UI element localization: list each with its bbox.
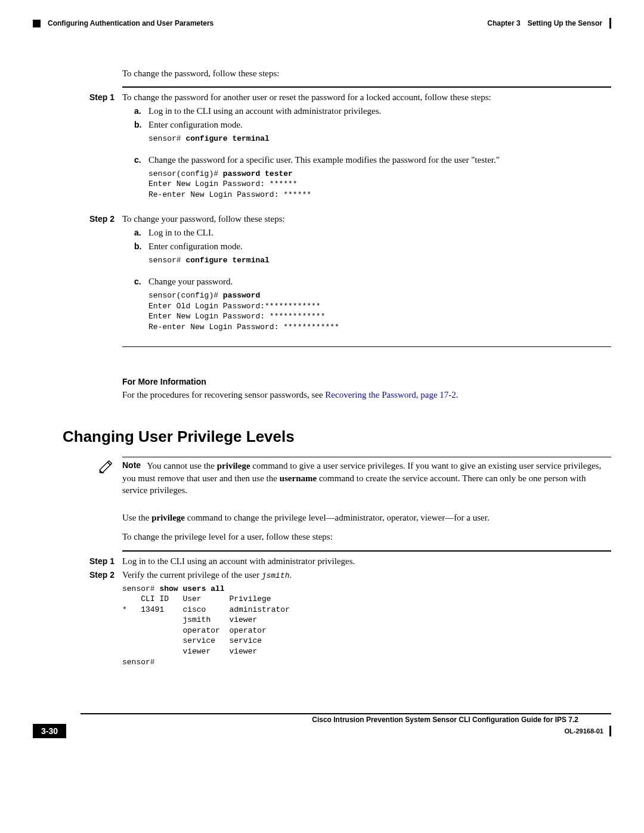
divider [122, 346, 611, 347]
header-section-title: Configuring Authentication and User Para… [48, 19, 213, 27]
sec2-step-1: Step 1 Log in to the CLI using an accoun… [122, 556, 611, 566]
change-level-intro: To change the privilege level for a user… [122, 531, 611, 543]
step1-c: c. Change the password for a specific us… [134, 155, 611, 208]
note-text: Note You cannot use the privilege comman… [122, 460, 611, 496]
page-number: 3-30 [33, 724, 66, 738]
code-block: sensor(config)# password Enter Old Login… [148, 290, 611, 332]
step-label: Step 1 [89, 92, 122, 210]
sub-marker: b. [134, 241, 148, 273]
sub-marker: a. [134, 228, 148, 238]
pencil-icon [98, 458, 114, 475]
step-1: Step 1 To change the password for anothe… [122, 92, 611, 210]
sub-marker: a. [134, 106, 148, 116]
footer-bar-icon [609, 726, 611, 736]
footer-guide-title: Cisco Intrusion Prevention System Sensor… [312, 716, 578, 724]
use-privilege-text: Use the privilege command to change the … [122, 512, 611, 524]
sub-text: Enter configuration mode. [148, 241, 611, 252]
sub-text: Log in to the CLI using an account with … [148, 106, 611, 116]
code-block: sensor# configure terminal [148, 255, 611, 266]
sub-text: Change the password for a specific user.… [148, 155, 611, 165]
step-2: Step 2 To change your password, follow t… [122, 214, 611, 343]
step-label: Step 1 [89, 556, 122, 566]
header-chapter-title: Setting Up the Sensor [528, 19, 602, 27]
step-label: Step 2 [89, 570, 122, 674]
sub-text: Enter configuration mode. [148, 120, 611, 130]
code-block: sensor(config)# password tester Enter Ne… [148, 169, 611, 200]
footer-rule [80, 713, 611, 714]
header-square-icon [33, 20, 41, 27]
step-text: Log in to the CLI using an account with … [122, 556, 611, 566]
header-bar-icon [609, 18, 611, 29]
more-info-heading: For More Information [122, 377, 611, 386]
divider [122, 550, 611, 552]
page-footer: Cisco Intrusion Prevention System Sensor… [33, 713, 611, 738]
more-info-text: For the procedures for recovering sensor… [122, 389, 611, 401]
step-text: Verify the current privilege of the user… [122, 570, 611, 580]
divider [122, 86, 611, 88]
code-block: sensor# show users all CLI ID User Privi… [122, 584, 611, 667]
code-block: sensor# configure terminal [148, 134, 611, 144]
sub-text: Change your password. [148, 277, 611, 287]
sub-marker: c. [134, 277, 148, 339]
step2-c: c. Change your password. sensor(config)#… [134, 277, 611, 339]
sub-text: Log in to the CLI. [148, 228, 611, 238]
step-label: Step 2 [89, 214, 122, 343]
header-chapter-label: Chapter 3 [487, 19, 520, 27]
step2-b: b. Enter configuration mode. sensor# con… [134, 241, 611, 273]
sub-marker: b. [134, 120, 148, 151]
page-header: Configuring Authentication and User Para… [33, 18, 611, 29]
step1-a: a. Log in to the CLI using an account wi… [134, 106, 611, 116]
sub-marker: c. [134, 155, 148, 208]
recovering-password-link[interactable]: Recovering the Password, page 17-2 [325, 390, 456, 400]
note-label: Note [122, 460, 141, 471]
step1-b: b. Enter configuration mode. sensor# con… [134, 120, 611, 151]
step-text: To change your password, follow these st… [122, 214, 611, 224]
intro-text: To change the password, follow these ste… [122, 67, 611, 79]
step-text: To change the password for another user … [122, 92, 611, 103]
step2-a: a. Log in to the CLI. [134, 228, 611, 238]
section-heading: Changing User Privilege Levels [63, 428, 611, 446]
footer-doc-id: OL-29168-01 [565, 727, 603, 735]
note: Note You cannot use the privilege comman… [122, 457, 611, 503]
sec2-step-2: Step 2 Verify the current privilege of t… [122, 570, 611, 674]
